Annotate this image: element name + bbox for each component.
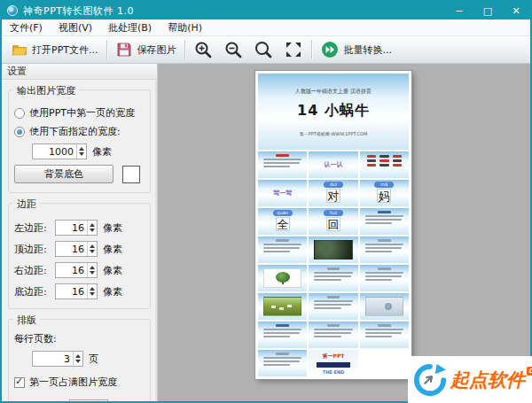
slide-decoration [263,244,301,245]
radio-icon[interactable] [14,108,25,119]
top-margin-value[interactable]: 16 [56,242,87,256]
menubar: 文件(F) 视图(V) 批处理(B) 帮助(H) [2,19,530,36]
background-color-swatch[interactable] [122,166,140,183]
slide-decoration [314,275,350,277]
width-spinner[interactable]: 1000 [32,143,87,159]
radio-first-page-width[interactable]: 使用PPT中第一页的宽度 [14,106,145,120]
title-slide-title: 14 小蜗牛 [297,102,370,120]
spinner-arrows[interactable] [76,144,86,159]
right-margin-value[interactable]: 16 [56,263,87,277]
close-button[interactable]: ✕ [502,2,530,19]
maximize-button[interactable]: □ [473,2,502,19]
slide-thumb-word: 写一写 [258,180,307,206]
spin-up-icon[interactable] [74,352,82,359]
spin-up-icon[interactable] [88,221,97,228]
slide-decoration [365,244,403,245]
bottom-margin-spinner[interactable]: 16 [55,283,98,299]
slide-thumb-text [360,236,409,263]
slide-decoration [365,272,403,274]
pages-per-row-unit: 页 [89,353,98,366]
slide-thumb-text [258,151,307,178]
slide-decoration [365,215,403,217]
slide-decoration [365,297,403,316]
pages-per-row-spinner[interactable]: 3 [32,351,83,367]
first-page-full-width-checkbox[interactable]: 第一页占满图片宽度 [14,376,145,389]
menu-file[interactable]: 文件(F) [2,19,51,35]
slide-decoration [263,297,301,316]
spin-up-icon[interactable] [88,263,97,270]
spinner-arrows[interactable] [87,263,97,277]
slide-thumb-text [360,265,409,291]
h-spacing-unit: 像素 [113,401,133,402]
toolbar-separator [106,40,107,59]
zoom-in-button[interactable] [188,38,218,61]
spin-down-icon[interactable] [88,291,97,298]
slide-decoration [365,329,403,330]
slide-decoration [365,251,392,252]
slide-decoration [365,222,392,224]
preview-area[interactable]: 人教版一年级语文上册 汉语拼音 14 小蜗牛 第一PPT模板网-WWW.1PPT… [158,64,530,401]
main-area: 设置 输出图片宽度 使用PPT中第一页的宽度 使用下面指定的宽度: 1000 [2,64,530,401]
slide-decoration [327,324,340,327]
pages-per-row-value[interactable]: 3 [33,352,73,366]
slide-decoration [276,154,288,157]
slide-thumb-text [309,322,357,348]
spin-down-icon[interactable] [88,270,97,277]
open-ppt-button[interactable]: 打开PPT文件... [5,39,104,60]
spin-down-icon[interactable] [77,151,86,159]
bottom-margin-value[interactable]: 16 [56,284,87,298]
left-margin-spinner[interactable]: 16 [55,220,98,236]
top-margin-spinner[interactable]: 16 [55,241,98,257]
slide-decoration [314,304,350,306]
spinner-arrows[interactable] [73,352,82,366]
spinner-arrows[interactable] [87,284,97,298]
spin-up-icon[interactable] [98,400,107,401]
slide-decoration [365,336,392,337]
menu-batch[interactable]: 批处理(B) [100,19,160,35]
zoom-original-button[interactable] [248,38,278,61]
spinner-arrows[interactable] [87,242,97,256]
open-ppt-label: 打开PPT文件... [32,43,98,57]
spin-down-icon[interactable] [74,359,82,366]
slide-decoration: 认一认 [309,160,357,169]
spin-down-icon[interactable] [88,228,97,235]
menu-help[interactable]: 帮助(H) [160,19,210,35]
slide-decoration: huí [324,210,343,216]
batch-convert-button[interactable]: 批量转换... [315,38,398,61]
spin-up-icon[interactable] [88,284,97,291]
radio-icon[interactable] [14,127,25,137]
spinner-arrows[interactable] [98,400,107,401]
left-margin-label: 左边距: [14,221,55,235]
margin-row-bottom: 底边距: 16 像素 [14,283,145,299]
spin-up-icon[interactable] [88,242,97,249]
slide-decoration: duì [324,182,343,188]
background-color-button[interactable]: 背景底色 [14,165,113,183]
minimize-button[interactable]: ─ [445,2,473,19]
width-value[interactable]: 1000 [33,144,76,159]
zoom-out-button[interactable] [218,38,248,61]
menu-view[interactable]: 视图(V) [51,19,100,35]
slide-thumb-text [309,293,357,320]
ppt-long-image[interactable]: 人教版一年级语文上册 汉语拼音 14 小蜗牛 第一PPT模板网-WWW.1PPT… [255,71,411,379]
slide-decoration [263,159,301,160]
h-spacing-spinner[interactable]: 8 [69,399,108,401]
slide-thumb-text [258,350,307,376]
spin-down-icon[interactable] [88,249,97,256]
pages-per-row-label: 每行页数: [14,332,57,345]
spin-up-icon[interactable] [77,144,86,151]
right-margin-spinner[interactable]: 16 [55,262,98,278]
slide-thumb-pinyin: quán全 [258,208,307,235]
left-margin-value[interactable]: 16 [56,221,87,235]
toolbar-separator [184,40,185,59]
slide-thumb-text [360,208,409,235]
fit-window-button[interactable] [278,38,309,61]
checkbox-icon[interactable] [14,377,25,388]
slide-decoration [379,164,388,167]
radio-custom-width[interactable]: 使用下面指定的宽度: [14,125,145,138]
slide-decoration [365,247,402,249]
first-page-full-width-label: 第一页占满图片宽度 [29,376,117,389]
title-slide-header: 人教版一年级语文上册 汉语拼音 [295,88,372,96]
save-image-button[interactable]: 保存图片 [110,39,182,60]
spinner-arrows[interactable] [87,221,97,235]
h-spacing-value[interactable]: 8 [70,400,98,401]
